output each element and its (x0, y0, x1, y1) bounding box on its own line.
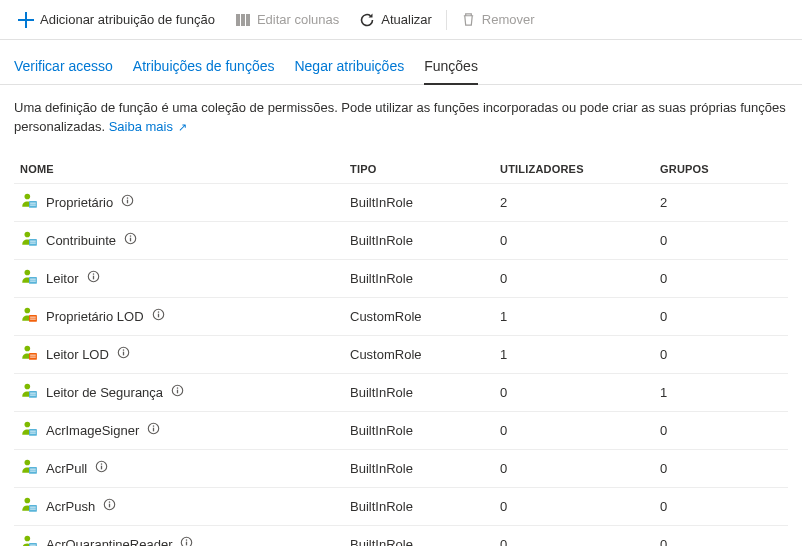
role-name-cell: Proprietário LOD (14, 298, 344, 335)
add-role-assignment-button[interactable]: Adicionar atribuição de função (8, 2, 225, 38)
svg-rect-3 (30, 204, 36, 205)
role-users: 0 (494, 415, 654, 446)
role-groups: 0 (654, 263, 774, 294)
info-icon[interactable] (152, 308, 165, 324)
svg-rect-8 (29, 239, 37, 246)
role-type: BuiltInRole (344, 491, 494, 522)
refresh-label: Atualizar (381, 12, 432, 27)
role-name: Proprietário (46, 195, 113, 210)
info-icon[interactable] (180, 536, 193, 546)
svg-rect-45 (30, 432, 36, 433)
role-type: BuiltInRole (344, 529, 494, 546)
tab-deny-assignments[interactable]: Negar atribuições (294, 52, 404, 84)
svg-rect-9 (30, 240, 36, 241)
add-label: Adicionar atribuição de função (40, 12, 215, 27)
role-name: Leitor de Segurança (46, 385, 163, 400)
svg-rect-30 (30, 354, 36, 355)
svg-rect-61 (109, 504, 110, 508)
table-row[interactable]: AcrQuarantineReader BuiltInRole 0 0 (14, 525, 788, 546)
table-row[interactable]: Leitor LOD CustomRole 1 0 (14, 335, 788, 373)
tab-roles[interactable]: Funções (424, 52, 478, 84)
svg-rect-51 (30, 468, 36, 469)
svg-point-42 (25, 421, 31, 427)
role-groups: 0 (654, 415, 774, 446)
role-type: BuiltInRole (344, 377, 494, 408)
role-users: 0 (494, 453, 654, 484)
role-name: AcrPush (46, 499, 95, 514)
col-name: NOME (14, 155, 344, 183)
info-icon[interactable] (171, 384, 184, 400)
refresh-button[interactable]: Atualizar (349, 2, 442, 38)
col-users: UTILIZADORES (494, 155, 654, 183)
col-groups: GRUPOS (654, 155, 774, 183)
columns-icon (235, 12, 251, 28)
role-name: AcrPull (46, 461, 87, 476)
role-icon (20, 192, 38, 213)
tab-role-assignments[interactable]: Atribuições de funções (133, 52, 275, 84)
refresh-icon (359, 12, 375, 28)
role-name-cell: Leitor LOD (14, 336, 344, 373)
svg-point-0 (25, 193, 31, 199)
svg-rect-52 (30, 470, 36, 471)
info-icon[interactable] (95, 460, 108, 476)
role-groups: 2 (654, 187, 774, 218)
learn-more-link[interactable]: Saiba mais ↗ (109, 119, 187, 134)
role-users: 1 (494, 339, 654, 370)
role-name-cell: Leitor (14, 260, 344, 297)
remove-label: Remover (482, 12, 535, 27)
svg-rect-65 (30, 544, 36, 545)
table-row[interactable]: Proprietário BuiltInRole 2 2 (14, 183, 788, 221)
info-icon[interactable] (124, 232, 137, 248)
tab-verify-access[interactable]: Verificar acesso (14, 52, 113, 84)
role-groups: 1 (654, 377, 774, 408)
svg-rect-31 (30, 356, 36, 357)
role-name: AcrImageSigner (46, 423, 139, 438)
svg-rect-10 (30, 242, 36, 243)
svg-rect-47 (153, 428, 154, 432)
role-type: BuiltInRole (344, 263, 494, 294)
role-users: 1 (494, 301, 654, 332)
svg-rect-33 (123, 352, 124, 356)
svg-rect-57 (29, 505, 37, 512)
svg-rect-17 (30, 280, 36, 281)
role-users: 0 (494, 377, 654, 408)
svg-rect-26 (157, 314, 158, 318)
svg-point-49 (25, 459, 31, 465)
edit-columns-label: Editar colunas (257, 12, 339, 27)
svg-rect-37 (30, 392, 36, 393)
role-users: 2 (494, 187, 654, 218)
table-row[interactable]: AcrPush BuiltInRole 0 0 (14, 487, 788, 525)
table-row[interactable]: Leitor BuiltInRole 0 0 (14, 259, 788, 297)
table-row[interactable]: Contribuinte BuiltInRole 0 0 (14, 221, 788, 259)
svg-rect-48 (153, 426, 154, 427)
role-type: BuiltInRole (344, 225, 494, 256)
info-icon[interactable] (121, 194, 134, 210)
table-row[interactable]: Leitor de Segurança BuiltInRole 0 1 (14, 373, 788, 411)
table-row[interactable]: AcrImageSigner BuiltInRole 0 0 (14, 411, 788, 449)
svg-rect-34 (123, 350, 124, 351)
svg-rect-68 (186, 542, 187, 546)
svg-point-56 (25, 497, 31, 503)
table-header: NOME TIPO UTILIZADORES GRUPOS (14, 155, 788, 183)
svg-rect-44 (30, 430, 36, 431)
role-users: 0 (494, 491, 654, 522)
role-type: CustomRole (344, 339, 494, 370)
svg-rect-54 (101, 466, 102, 470)
table-row[interactable]: AcrPull BuiltInRole 0 0 (14, 449, 788, 487)
role-name: Leitor (46, 271, 79, 286)
info-icon[interactable] (103, 498, 116, 514)
svg-rect-38 (30, 394, 36, 395)
info-icon[interactable] (147, 422, 160, 438)
svg-point-28 (25, 345, 31, 351)
role-icon (20, 344, 38, 365)
table-row[interactable]: Proprietário LOD CustomRole 1 0 (14, 297, 788, 335)
edit-columns-button: Editar colunas (225, 2, 349, 38)
svg-point-14 (25, 269, 31, 275)
svg-rect-1 (29, 201, 37, 208)
role-users: 0 (494, 263, 654, 294)
info-icon[interactable] (117, 346, 130, 362)
svg-point-35 (25, 383, 31, 389)
info-icon[interactable] (87, 270, 100, 286)
role-icon (20, 306, 38, 327)
role-name-cell: AcrPush (14, 488, 344, 525)
